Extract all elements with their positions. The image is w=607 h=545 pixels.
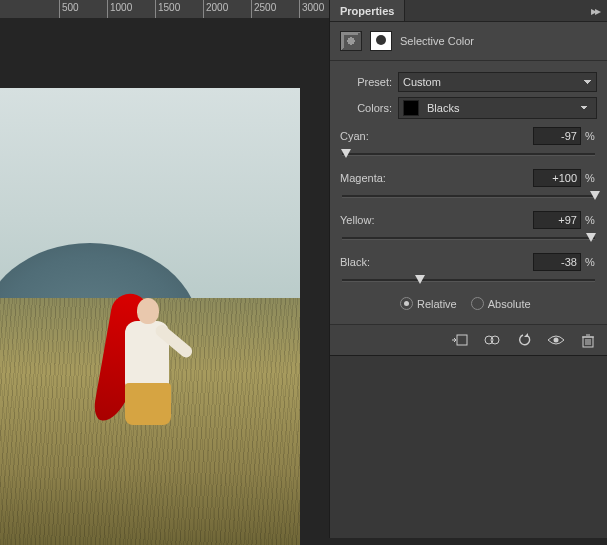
panel-empty-area: [330, 356, 607, 538]
mode-relative-option[interactable]: Relative: [400, 297, 457, 310]
ruler-tick: 500: [62, 2, 79, 13]
color-swatch-black: [403, 100, 419, 116]
colors-label: Colors:: [340, 102, 392, 114]
preset-select[interactable]: Custom: [398, 72, 597, 92]
radio-unchecked-icon: [471, 297, 484, 310]
magenta-value-input[interactable]: [533, 169, 581, 187]
percent-sign: %: [583, 130, 597, 142]
ruler-tick: 2000: [206, 2, 228, 13]
magenta-label: Magenta:: [340, 172, 533, 184]
document-canvas[interactable]: [0, 18, 330, 545]
tab-properties[interactable]: Properties: [330, 0, 405, 21]
yellow-slider-thumb[interactable]: [586, 233, 596, 242]
radio-checked-icon: [400, 297, 413, 310]
percent-sign: %: [583, 172, 597, 184]
adjustment-type-icon[interactable]: [340, 31, 362, 51]
svg-point-3: [554, 338, 559, 343]
properties-panel: Properties ▸▸ Selective Color Preset: Cu…: [329, 0, 607, 538]
delete-icon[interactable]: [579, 332, 597, 348]
magenta-slider-thumb[interactable]: [590, 191, 600, 200]
svg-rect-0: [457, 335, 467, 345]
yellow-value-input[interactable]: [533, 211, 581, 229]
black-value-input[interactable]: [533, 253, 581, 271]
cyan-value-input[interactable]: [533, 127, 581, 145]
ruler-tick: 2500: [254, 2, 276, 13]
ruler-tick: 1500: [158, 2, 180, 13]
reset-icon[interactable]: [515, 332, 533, 348]
ruler-tick: 3000: [302, 2, 324, 13]
collapse-panel-icon[interactable]: ▸▸: [583, 4, 607, 18]
yellow-label: Yellow:: [340, 214, 533, 226]
svg-point-2: [491, 336, 499, 344]
layer-mask-icon[interactable]: [370, 31, 392, 51]
magenta-slider[interactable]: [342, 189, 595, 203]
cyan-label: Cyan:: [340, 130, 533, 142]
yellow-slider[interactable]: [342, 231, 595, 245]
previous-state-icon[interactable]: [483, 332, 501, 348]
percent-sign: %: [583, 256, 597, 268]
subject-person: [103, 293, 183, 493]
black-label: Black:: [340, 256, 533, 268]
colors-select[interactable]: Blacks: [423, 98, 592, 118]
mode-relative-label: Relative: [417, 298, 457, 310]
clip-to-layer-icon[interactable]: [451, 332, 469, 348]
tab-label: Properties: [340, 5, 394, 17]
cyan-slider[interactable]: [342, 147, 595, 161]
visibility-icon[interactable]: [547, 332, 565, 348]
preset-label: Preset:: [340, 76, 392, 88]
cyan-slider-thumb[interactable]: [341, 149, 351, 158]
ruler-tick: 1000: [110, 2, 132, 13]
black-slider[interactable]: [342, 273, 595, 287]
adjustment-title: Selective Color: [400, 35, 474, 47]
photo-preview: [0, 88, 300, 545]
black-slider-thumb[interactable]: [415, 275, 425, 284]
mode-absolute-option[interactable]: Absolute: [471, 297, 531, 310]
percent-sign: %: [583, 214, 597, 226]
mode-absolute-label: Absolute: [488, 298, 531, 310]
